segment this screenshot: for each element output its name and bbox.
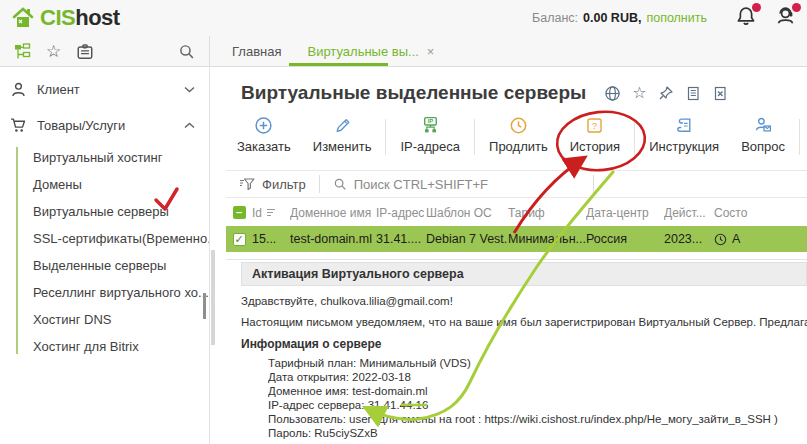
row-domain: test-domain.ml [290,232,376,246]
sidebar-item-hosting-dns[interactable]: Хостинг DNS [0,306,209,333]
server-info-list: Тарифный план: Минимальный (VDS) Дата от… [241,357,807,440]
pin-icon[interactable] [658,85,674,101]
email-greeting: Здравствуйте, chulkova.lilia@gmail.com! [241,295,807,307]
logo[interactable]: CIShost [10,5,120,31]
question-box-icon: ? [585,116,604,135]
chevron-down-icon [184,86,195,93]
balance-value: 0.00 RUB, [583,11,641,25]
clock-icon [509,116,528,135]
order-button[interactable]: Заказать [226,116,302,154]
notification-badge [752,3,761,12]
balance-label: Баланс: [532,11,578,25]
filter-label: Фильтр [262,177,306,192]
table-row[interactable]: ✓ 15... test-domain.ml 31.41.... Debian … [226,226,807,252]
toolbar-separator [474,119,475,155]
go-to-button[interactable]: Перейти [803,116,807,154]
svg-text:?: ? [592,120,597,131]
globe-icon[interactable] [604,85,621,102]
search-icon [333,177,347,191]
sort-icon [266,208,276,217]
col-datacenter[interactable]: Дата-центр [586,206,664,220]
content-scrollbar-thumb[interactable] [211,250,215,345]
main-content: Виртуальные выделенные серверы ☆ [211,68,807,444]
list-item-domain: Доменное имя: test-domain.ml [268,385,807,398]
sidebar-group-products[interactable]: Товары/Услуги [0,110,209,140]
email-preview: Активация Виртуального сервера Здравству… [241,262,807,441]
person-icon [10,81,27,98]
title-icons: ☆ [604,85,727,102]
list-item-ip: IP-адрес сервера: 31.41.44.16 [268,399,807,412]
toolbar: Заказать Изменить IP IP [226,116,807,155]
filter-separator [593,175,594,193]
question-button[interactable]: Вопрос [730,116,796,154]
toolbar-separator [385,119,386,155]
sidebar-item-domains[interactable]: Домены [0,171,209,198]
sidebar-header: ☆ [0,36,210,67]
filter-bar: Фильтр Поиск CTRL+SHIFT+F [226,170,807,198]
col-tariff[interactable]: Тариф [508,206,586,220]
support-button[interactable] [775,5,799,29]
sidebar-item-reselling[interactable]: Реселлинг виртуального хо... [0,279,209,306]
logo-text: CIShost [40,5,120,31]
tree-menu-icon[interactable] [14,43,31,60]
support-badge [792,3,801,12]
star-icon[interactable]: ☆ [632,85,646,101]
topup-link[interactable]: пополнить [646,11,707,25]
favorites-star-icon[interactable]: ☆ [46,43,61,60]
row-date: 2023... [664,232,714,246]
clipboard-icon[interactable] [76,43,94,61]
export-scroll-icon[interactable] [712,85,728,102]
history-button[interactable]: ? История [559,116,631,154]
filter-button[interactable]: Фильтр [226,177,319,192]
search-placeholder: Поиск CTRL+SHIFT+F [354,177,488,192]
toolbar-separator [799,119,800,155]
status-clock-icon [714,233,727,246]
row-checkbox[interactable]: ✓ [233,233,246,246]
row-status: А [732,232,740,246]
instruction-scroll-icon [675,116,694,135]
sidebar-item-dedicated-servers[interactable]: Выделенные серверы [0,252,209,279]
tab-virtual-servers[interactable]: Виртуальные вы... [307,44,418,59]
page-title: Виртуальные выделенные серверы [241,82,586,104]
row-datacenter: Россия [586,232,664,246]
person-mail-icon [754,116,773,135]
svg-text:IP: IP [427,118,433,124]
table-header: – Id Доменное имя IP-адрес Шаблон ОС Тар… [226,199,807,226]
notifications-bell-button[interactable] [735,5,759,29]
chevron-up-icon [184,122,195,129]
ip-addresses-button[interactable]: IP IP-адреса [389,116,471,154]
edit-button[interactable]: Изменить [302,116,383,154]
col-status[interactable]: Состо [714,206,807,220]
search-field[interactable]: Поиск CTRL+SHIFT+F [320,177,501,192]
renew-button[interactable]: Продлить [478,116,559,154]
secondary-bar: ☆ Главная Виртуальные вы... × [0,36,807,67]
sidebar-item-virtual-hosting[interactable]: Виртуальный хостинг [0,144,209,171]
scroll-list-icon[interactable] [685,85,701,102]
sidebar-group-label: Клиент [37,82,80,97]
sidebar-item-hosting-bitrix[interactable]: Хостинг для Bitrix [0,333,209,360]
sidebar-item-virtual-servers[interactable]: Виртуальные серверы [0,198,209,225]
row-divider [226,259,807,260]
sidebar: Клиент Товары/Услуги Виртуальный хостинг… [0,68,210,444]
sidebar-scrollbar-thumb[interactable] [203,293,206,319]
ip-network-icon: IP [421,116,440,135]
sidebar-submenu: Виртуальный хостинг Домены Виртуальные с… [0,144,209,360]
tab-close-icon[interactable]: × [427,44,435,59]
row-id: 15... [252,232,290,246]
logo-house-icon [10,5,36,31]
list-item-password: Пароль: Ru5ciySZxB [268,427,807,440]
col-os-template[interactable]: Шаблон ОС [426,206,508,220]
tab-home[interactable]: Главная [232,44,281,59]
sidebar-group-label: Товары/Услуги [37,118,125,133]
select-all-checkbox[interactable]: – [233,206,246,219]
col-valid-until[interactable]: Дейст... [664,206,714,220]
col-ip[interactable]: IP-адрес [376,206,426,220]
cart-icon [10,117,27,134]
email-paragraph: Настоящим письмом уведомляем, что на ваш… [241,316,807,328]
sidebar-item-ssl[interactable]: SSL-сертификаты(Временно... [0,225,209,252]
col-id[interactable]: Id [252,206,262,220]
instruction-button[interactable]: Инструкция [638,116,730,154]
sidebar-search-icon[interactable] [178,43,195,60]
sidebar-group-client[interactable]: Клиент [0,74,209,104]
col-domain[interactable]: Доменное имя [290,206,376,220]
